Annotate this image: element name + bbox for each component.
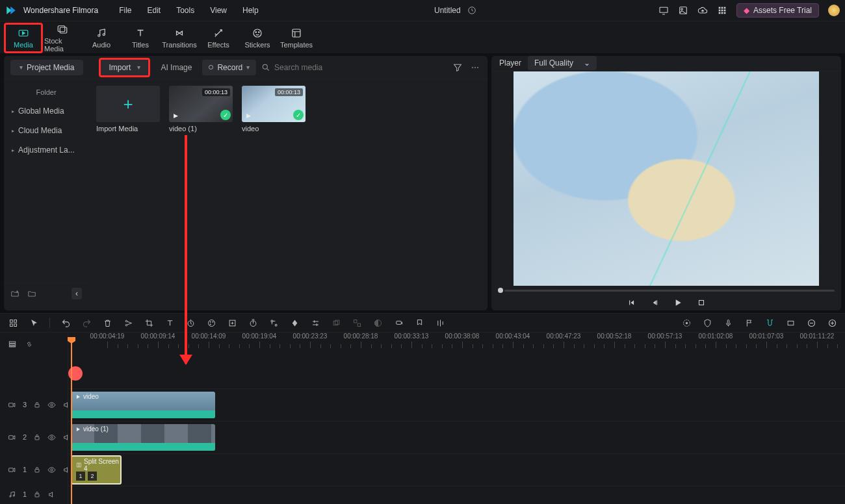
apps-icon[interactable] <box>717 5 727 16</box>
prev-frame-button[interactable] <box>626 297 636 308</box>
step-back-button[interactable] <box>649 297 660 308</box>
fit-icon[interactable] <box>785 318 796 328</box>
more-icon[interactable]: ⋯ <box>469 63 481 72</box>
render-icon[interactable] <box>681 318 692 328</box>
marker-flag-icon[interactable] <box>744 318 754 328</box>
audio-mix-icon[interactable] <box>435 318 445 328</box>
search-field[interactable] <box>261 63 447 72</box>
sidebar-item-adjustment-layers[interactable]: ▸Adjustment La... <box>4 140 88 160</box>
lock-icon[interactable] <box>33 466 41 473</box>
undo-icon[interactable] <box>60 318 71 328</box>
zoom-out-icon[interactable] <box>806 318 816 328</box>
mask-icon[interactable] <box>372 318 383 328</box>
visibility-icon[interactable] <box>47 433 56 442</box>
zoom-in-icon[interactable] <box>827 318 837 328</box>
visibility-icon[interactable] <box>47 466 56 474</box>
track-head-a1: 1 <box>0 486 68 503</box>
search-input[interactable] <box>274 63 447 72</box>
redo-icon[interactable] <box>81 318 92 328</box>
preview-viewport[interactable] <box>491 71 841 286</box>
ai-image-button[interactable]: AI Image <box>155 60 197 75</box>
added-check-icon: ✓ <box>220 110 231 120</box>
new-folder-icon[interactable] <box>10 289 20 298</box>
svg-rect-55 <box>9 435 14 438</box>
menu-file[interactable]: File <box>112 3 138 18</box>
record-button[interactable]: Record ▾ <box>202 60 256 75</box>
track-a1[interactable] <box>68 486 845 503</box>
monitor-icon[interactable] <box>658 5 669 16</box>
color-icon[interactable] <box>206 318 216 328</box>
duration-badge: 00:00:13 <box>202 88 230 96</box>
selection-tool-icon[interactable] <box>29 318 39 328</box>
cloud-upload-icon[interactable] <box>697 5 708 16</box>
delete-icon[interactable] <box>102 318 112 328</box>
filter-icon[interactable] <box>452 62 464 73</box>
lock-icon[interactable] <box>33 433 41 441</box>
media-item-video-1[interactable]: 00:00:13 ▶ ✓ video (1) <box>169 86 233 132</box>
track-v2[interactable]: video (1) <box>68 421 845 453</box>
layout-icon[interactable] <box>8 318 18 328</box>
gallery-icon[interactable] <box>678 5 688 16</box>
lock-icon[interactable] <box>33 490 41 498</box>
adjust-icon[interactable] <box>310 318 320 328</box>
text-tool-icon[interactable] <box>164 318 175 328</box>
track-manager-icon[interactable] <box>8 340 17 349</box>
playhead[interactable] <box>71 338 72 504</box>
assets-trial-button[interactable]: ◆ Assets Free Trial <box>736 3 819 18</box>
sidebar-item-global-media[interactable]: ▸Global Media <box>4 101 88 121</box>
clip-video-v3[interactable]: video <box>71 392 215 418</box>
visibility-icon[interactable] <box>47 401 56 409</box>
group-icon[interactable] <box>331 318 341 328</box>
svg-point-31 <box>208 320 214 326</box>
clip-video-v2[interactable]: video (1) <box>71 424 215 451</box>
scrub-handle-icon[interactable] <box>498 288 503 293</box>
timer-icon[interactable] <box>248 318 258 328</box>
lock-icon[interactable] <box>33 401 41 409</box>
tab-titles[interactable]: Titles <box>121 25 160 51</box>
menu-help[interactable]: Help <box>236 3 265 18</box>
mic-icon[interactable] <box>723 318 733 328</box>
snap-icon[interactable] <box>764 318 775 328</box>
tab-templates[interactable]: Templates <box>277 25 316 51</box>
tab-audio[interactable]: Audio <box>82 25 121 51</box>
import-media-card[interactable]: + Import Media <box>96 86 160 132</box>
svg-rect-27 <box>14 323 16 326</box>
record-voiceover-icon[interactable] <box>393 318 404 328</box>
tab-stock-media[interactable]: Stock Media <box>43 21 82 55</box>
tab-transitions[interactable]: Transitions <box>160 25 199 51</box>
main-tabbar: Media Stock Media Audio Titles Transitio… <box>0 21 845 53</box>
crop-zoom-icon[interactable] <box>227 318 237 328</box>
menu-edit[interactable]: Edit <box>141 3 168 18</box>
mute-icon[interactable] <box>47 490 56 499</box>
titles-icon <box>135 27 146 39</box>
history-icon[interactable] <box>467 6 476 15</box>
clip-split-screen[interactable]: Split Screen 4 12 <box>71 455 122 485</box>
crop-icon[interactable] <box>144 318 154 328</box>
ungroup-icon[interactable] <box>352 318 362 328</box>
sidebar-item-cloud-media[interactable]: ▸Cloud Media <box>4 121 88 140</box>
menu-tools[interactable]: Tools <box>170 3 201 18</box>
menubar: Wondershare Filmora File Edit Tools View… <box>0 0 845 21</box>
tab-stickers[interactable]: Stickers <box>238 25 277 51</box>
tab-media[interactable]: Media <box>4 23 43 53</box>
track-v1[interactable]: Split Screen 4 12 <box>68 453 845 486</box>
user-avatar[interactable] <box>828 5 840 16</box>
play-button[interactable] <box>673 297 683 308</box>
keyframe-icon[interactable] <box>289 318 300 328</box>
quality-select[interactable]: Full Quality ⌄ <box>528 56 597 70</box>
split-icon[interactable] <box>123 318 133 328</box>
player-scrubber[interactable] <box>491 286 841 296</box>
shield-icon[interactable] <box>702 318 712 328</box>
track-v3[interactable]: video <box>68 388 845 421</box>
media-item-video[interactable]: 00:00:13 ▶ ✓ video <box>242 86 306 132</box>
stop-button[interactable] <box>696 297 707 308</box>
tab-effects[interactable]: Effects <box>199 25 238 51</box>
link-icon[interactable] <box>25 340 34 349</box>
menu-view[interactable]: View <box>203 3 233 18</box>
track-motion-icon[interactable] <box>268 318 279 328</box>
project-media-dropdown[interactable]: ▾ Project Media <box>10 60 83 75</box>
folder-icon[interactable] <box>27 289 36 298</box>
import-button[interactable]: Import ▾ <box>99 58 150 77</box>
marker-icon[interactable] <box>414 318 424 328</box>
sidebar-collapse-button[interactable]: ‹ <box>72 288 82 299</box>
